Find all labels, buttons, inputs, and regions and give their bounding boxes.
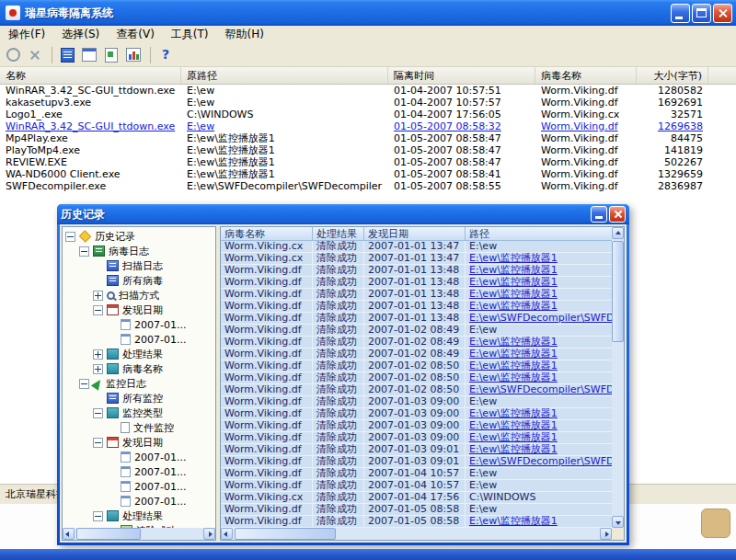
expander-icon[interactable] — [65, 232, 75, 242]
scroll-thumb[interactable] — [612, 241, 624, 342]
tree-item[interactable]: 所有病毒 — [63, 273, 215, 288]
tree-item[interactable]: 发现日期 — [63, 435, 215, 450]
toolbar-delete-button[interactable] — [25, 45, 45, 65]
quarantine-row[interactable]: SWFDecompiler.exeE:\ew\SWFDecompiler\SWF… — [0, 180, 736, 192]
tree-item[interactable]: 2007-01... — [63, 450, 215, 464]
history-row[interactable]: Worm.Viking.df清除成功2007-01-03 09:00E:\ew\… — [221, 408, 612, 420]
tree-item[interactable]: 2007-01... — [63, 317, 215, 332]
expander-icon[interactable] — [93, 511, 103, 521]
minimize-button[interactable] — [671, 4, 690, 23]
quarantine-row[interactable]: WinRAR_3.42_SC-GUI_ttdown.exeE:\ew01-05-… — [0, 120, 736, 132]
tree-item[interactable]: 监控日志 — [63, 376, 215, 391]
history-row[interactable]: Worm.Viking.df清除成功2007-01-03 09:00E:\ew — [221, 396, 612, 408]
scroll-up-button[interactable] — [612, 227, 624, 239]
main-titlebar[interactable]: 瑞星病毒隔离系统 — [0, 0, 736, 26]
tree-item[interactable]: 所有监控 — [63, 391, 215, 406]
history-row[interactable]: Worm.Viking.df清除成功2007-01-03 09:00E:\ew\… — [221, 432, 612, 444]
expander-icon[interactable] — [79, 379, 89, 389]
history-row[interactable]: Worm.Viking.cx清除成功2007-01-04 17:56C:\WIN… — [221, 492, 612, 504]
expander-icon[interactable] — [93, 364, 103, 374]
expander-icon[interactable] — [93, 305, 103, 315]
history-row[interactable]: Worm.Viking.df清除成功2007-01-05 08:58E:\ew — [221, 504, 612, 516]
quarantine-row[interactable]: Mp4Play.exeE:\ew\监控播放器101-05-2007 08:58:… — [0, 132, 736, 144]
expander-icon[interactable] — [93, 438, 103, 448]
history-row[interactable]: Worm.Viking.df清除成功2007-01-03 09:01E:\ew\… — [221, 444, 612, 456]
close-button[interactable] — [713, 4, 732, 23]
history-row[interactable]: Worm.Viking.df清除成功2007-01-02 08:49E:\ew — [221, 325, 612, 337]
quarantine-row[interactable]: Logo1_.exeC:\WINDOWS01-04-2007 17:56:05W… — [0, 109, 736, 120]
toolbar-help-button[interactable] — [155, 45, 176, 65]
history-row[interactable]: Worm.Viking.df清除成功2007-01-04 10:57E:\ew — [221, 480, 612, 492]
history-row[interactable]: Worm.Viking.df清除成功2007-01-01 13:48E:\ew\… — [221, 313, 612, 325]
history-row[interactable]: Worm.Viking.df清除成功2007-01-03 09:01E:\ew\… — [221, 456, 612, 468]
scroll-right-button[interactable] — [600, 528, 612, 540]
tree-item[interactable]: 历史记录 — [63, 229, 215, 244]
expander-icon[interactable] — [93, 291, 103, 301]
tree-item[interactable]: 处理结果 — [63, 347, 215, 361]
expander-icon[interactable] — [93, 349, 103, 360]
scroll-thumb[interactable] — [76, 528, 141, 540]
history-row[interactable]: Worm.Viking.df清除成功2007-01-02 08:50E:\ew\… — [221, 360, 612, 372]
tree-item[interactable]: 发现日期 — [63, 303, 215, 317]
menu-item[interactable]: 操作(F) — [0, 26, 53, 43]
history-row[interactable]: Worm.Viking.df清除成功2007-01-02 08:50E:\ew\… — [221, 372, 612, 384]
quarantine-row[interactable]: PlayToMp4.exeE:\ew\监控播放器101-05-2007 08:5… — [0, 144, 736, 156]
history-row[interactable]: Worm.Viking.df清除成功2007-01-01 13:48E:\ew\… — [221, 289, 612, 301]
scroll-left-button[interactable] — [221, 528, 233, 540]
column-header[interactable]: 隔离时间 — [388, 67, 535, 84]
tree-item[interactable]: 2007-01... — [63, 494, 215, 509]
tree-item[interactable]: 病毒名称 — [63, 361, 215, 376]
history-row[interactable]: Worm.Viking.df清除成功2007-01-01 13:48E:\ew\… — [221, 301, 612, 313]
history-row[interactable]: Worm.Viking.df清除成功2007-01-03 09:00E:\ew\… — [221, 420, 612, 432]
quarantine-row[interactable]: kakasetupv3.exeE:\ew01-04-2007 10:57:57W… — [0, 97, 736, 109]
tree-item[interactable]: 文件监控 — [63, 420, 215, 435]
history-row[interactable]: Worm.Viking.cx清除成功2007-01-01 13:47E:\ew — [221, 241, 612, 253]
toolbar-export-button[interactable] — [101, 45, 121, 65]
column-header[interactable]: 处理结果 — [313, 227, 364, 241]
toolbar-chart-button[interactable] — [123, 45, 144, 65]
tree-item[interactable]: 2007-01... — [63, 332, 215, 347]
history-row[interactable]: Worm.Viking.df清除成功2007-01-05 08:58E:\ew\… — [221, 516, 612, 528]
resize-grip[interactable] — [612, 528, 624, 540]
history-row[interactable]: Worm.Viking.df清除成功2007-01-02 08:49E:\ew\… — [221, 349, 612, 360]
history-row[interactable]: Worm.Viking.df清除成功2007-01-01 13:48E:\ew\… — [221, 265, 612, 277]
menu-item[interactable]: 选择(S) — [53, 26, 108, 43]
quarantine-row[interactable]: WinRAR_3.42_SC-GUI_ttdown.exeE:\ew01-04-… — [0, 85, 736, 97]
expander-icon[interactable] — [79, 246, 89, 257]
column-header[interactable]: 路径 — [466, 227, 612, 241]
taskbar[interactable] — [0, 549, 736, 560]
toolbar-detail-button[interactable] — [79, 45, 99, 65]
scroll-left-button[interactable] — [63, 528, 75, 540]
column-header[interactable]: 发现日期 — [364, 227, 466, 241]
column-header[interactable]: 病毒名称 — [221, 227, 313, 241]
history-row[interactable]: Worm.Viking.df清除成功2007-01-02 08:49E:\ew\… — [221, 337, 612, 349]
vertical-scrollbar[interactable] — [612, 227, 624, 528]
tree-horizontal-scrollbar[interactable] — [63, 528, 215, 540]
tree-item[interactable]: 2007-01... — [63, 464, 215, 479]
menu-item[interactable]: 帮助(H) — [217, 26, 272, 43]
tree-item[interactable]: 扫描日志 — [63, 258, 215, 273]
menu-item[interactable]: 查看(V) — [108, 26, 163, 43]
scroll-thumb[interactable] — [235, 528, 336, 540]
column-header[interactable]: 名称 — [0, 67, 181, 84]
toolbar-log-button[interactable] — [57, 45, 77, 65]
history-close-button[interactable] — [609, 206, 626, 223]
history-minimize-button[interactable] — [591, 206, 607, 223]
tree-item[interactable]: 监控类型 — [63, 406, 215, 420]
history-row[interactable]: Worm.Viking.df清除成功2007-01-01 13:48E:\ew\… — [221, 277, 612, 289]
history-row[interactable]: Worm.Viking.df清除成功2007-01-02 08:50E:\ew\… — [221, 384, 612, 396]
menu-item[interactable]: 工具(T) — [163, 26, 217, 43]
quarantine-row[interactable]: REVIEW.EXEE:\ew\监控播放器101-05-2007 08:58:4… — [0, 156, 736, 168]
tree-item[interactable]: 处理结果 — [63, 509, 215, 523]
scroll-down-button[interactable] — [612, 516, 624, 528]
column-header[interactable]: 大小(字节) — [637, 67, 708, 84]
history-titlebar[interactable]: 历史记录 — [57, 204, 629, 224]
history-row[interactable]: Worm.Viking.df清除成功2007-01-04 10:57E:\ew — [221, 468, 612, 480]
tree-item[interactable]: 病毒日志 — [63, 244, 215, 258]
quarantine-row[interactable]: WA-ND6000 Client.exeE:\ew\监控播放器101-05-20… — [0, 168, 736, 180]
tree-item[interactable]: 扫描方式 — [63, 288, 215, 303]
maximize-button[interactable] — [692, 4, 711, 23]
toolbar-restore-button[interactable] — [3, 45, 23, 65]
scroll-right-button[interactable] — [203, 528, 215, 540]
column-header[interactable]: 原路径 — [181, 67, 388, 84]
